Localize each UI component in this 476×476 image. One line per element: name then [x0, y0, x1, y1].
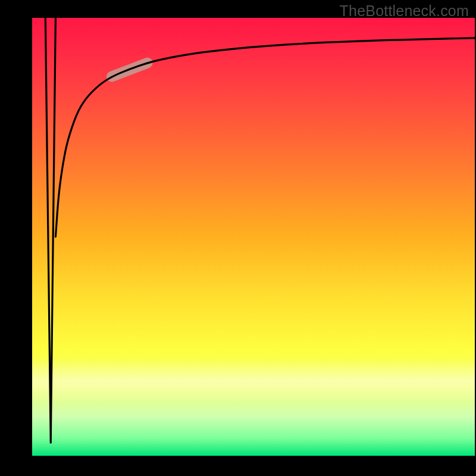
watermark-text: TheBottleneck.com [340, 2, 469, 20]
spike-line [45, 18, 55, 443]
chart-svg [32, 18, 475, 456]
chart-frame: TheBottleneck.com [0, 0, 476, 476]
saturation-curve [55, 38, 475, 237]
chart-lines [45, 18, 475, 443]
